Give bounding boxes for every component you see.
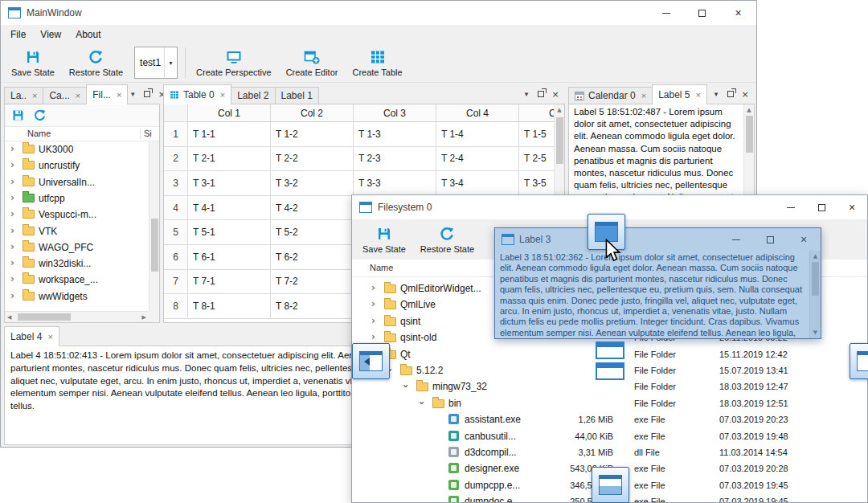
table-cell[interactable]: T 3-4 [436,171,519,196]
menu-item-view[interactable]: View [33,27,68,42]
minimize-button[interactable] [776,195,806,219]
vertical-scrollbar[interactable]: ▲ ▼ [809,251,821,338]
row-header[interactable]: 8 [164,294,188,319]
save-state-button[interactable]: Save State [355,222,413,258]
column-separator[interactable] [140,129,141,139]
close-dock-icon[interactable]: × [550,88,561,100]
table-cell[interactable]: T 1-2 [271,122,354,147]
scroll-up-icon[interactable]: ▲ [555,107,564,113]
close-tab-icon[interactable]: × [641,91,646,100]
table-cell[interactable]: T 6-1 [188,245,271,270]
row-header[interactable]: 7 [164,270,188,295]
table-cell[interactable]: T 2-2 [271,147,354,172]
table-cell[interactable]: T 5-1 [188,220,271,245]
table-cell[interactable]: T 3-1 [188,171,271,196]
close-button[interactable]: × [720,1,756,25]
tab-fil[interactable]: Fil...× [86,84,128,104]
tabs-menu-icon[interactable]: ▾ [710,88,722,100]
chevron-right-icon[interactable]: › [10,291,14,301]
chevron-down-icon[interactable]: ▾ [164,47,177,78]
tree-row[interactable]: ›wwWidgets [5,288,149,305]
tree-row[interactable]: ›Vespucci-m... [5,207,149,223]
table-cell[interactable]: T 3-2 [271,171,354,196]
tree-row[interactable]: ›workspace_... [5,272,149,288]
tab-la[interactable]: La..× [4,87,43,104]
chevron-right-icon[interactable]: › [371,316,375,325]
restore-icon[interactable] [33,108,47,122]
close-tab-icon[interactable]: × [47,332,52,341]
column-header-col-5[interactable]: Col 5 [519,104,554,122]
label3-floating-window[interactable]: Label 3 × Label 3 18:51:02:362 - Lorem i… [494,227,821,339]
tree-row[interactable]: ›UK3000 [5,141,149,157]
scroll-right-icon[interactable]: ▶ [142,314,146,321]
table-cell[interactable]: T 3-5 [519,171,554,196]
chevron-right-icon[interactable]: › [10,242,14,251]
tree-row[interactable]: d3dcompil...3,31 MiBdll File11.03.2014 1… [352,444,867,460]
horizontal-scrollbar[interactable]: ◀ ▶ [5,311,149,322]
tree-row[interactable]: ›binFile Folder18.03.2019 12:51 [352,395,867,411]
close-button[interactable]: × [837,195,867,219]
table-cell[interactable]: T 2-3 [354,147,436,172]
create-perspective-button[interactable]: Create Perspective [189,45,279,81]
maximize-button[interactable] [753,228,787,251]
chevron-right-icon[interactable]: › [10,160,14,170]
row-header[interactable]: 3 [164,171,188,196]
tab-table-0[interactable]: Table 0× [163,84,231,104]
row-header[interactable]: 2 [164,147,188,172]
dock-drop-right-indicator[interactable] [850,343,868,379]
scrollbar-thumb[interactable] [556,117,563,164]
tabs-menu-icon[interactable]: ▾ [127,88,138,100]
close-button[interactable]: × [787,228,821,251]
scroll-down-icon[interactable]: ▼ [810,329,821,336]
create-table-button[interactable]: Create Table [345,45,409,81]
table-cell[interactable]: T 2-4 [436,147,519,172]
column-header-name[interactable]: Name [27,129,51,138]
chevron-down-icon[interactable]: › [401,385,411,389]
table-cell[interactable]: T 8-2 [271,294,354,319]
tree-row[interactable]: ›uncrustify [5,157,149,174]
chevron-right-icon[interactable]: › [10,274,14,284]
restore-state-button[interactable]: Restore State [413,222,481,258]
scrollbar-thumb[interactable] [18,313,71,321]
close-tab-icon[interactable]: × [117,90,121,100]
save-state-button[interactable]: Save State [4,45,62,81]
row-header[interactable]: 4 [164,196,188,221]
tree-row[interactable]: assistant.exe1,26 MiBexe File07.03.2019 … [352,411,867,427]
label3-titlebar[interactable]: Label 3 × [495,228,821,251]
maximize-button[interactable] [684,1,720,25]
column-header-col-3[interactable]: Col 3 [354,104,436,122]
tab-label-4[interactable]: Label 4× [4,326,59,346]
tab-label-2[interactable]: Label 2 [231,87,275,104]
dock-drop-center-indicator[interactable] [596,341,624,380]
row-header[interactable]: 6 [164,245,188,270]
chevron-right-icon[interactable]: › [10,209,14,219]
undock-icon[interactable] [725,88,736,100]
table-cell[interactable]: T 2-1 [188,147,271,172]
close-tab-icon[interactable]: × [76,91,80,100]
close-tab-icon[interactable]: × [696,90,701,100]
table-cell[interactable]: T 7-1 [188,270,271,295]
create-editor-button[interactable]: Create Editor [279,45,346,81]
table-cell[interactable]: T 1-1 [188,122,271,147]
table-cell[interactable]: T 6-2 [271,245,354,270]
column-header-size[interactable]: Si [144,129,152,138]
row-header[interactable]: 5 [164,220,188,245]
minimize-button[interactable] [648,1,684,25]
scroll-up-icon[interactable]: ▲ [810,253,821,260]
perspective-combobox[interactable]: test1 ▾ [134,47,178,79]
menu-item-file[interactable]: File [3,27,33,42]
main-titlebar[interactable]: MainWindow × [1,1,756,25]
column-header-name[interactable]: Name [370,263,393,272]
tab-calendar-0[interactable]: Calendar 0× [568,87,653,104]
tree-row[interactable]: ›WAGO_PFC [5,239,149,256]
vertical-scrollbar[interactable] [149,141,159,311]
tab-ca[interactable]: Ca...× [43,87,87,104]
scrollbar-thumb[interactable] [151,219,158,272]
tree-row[interactable]: ›VTK [5,223,149,239]
scroll-up-icon[interactable]: ▲ [744,107,754,113]
chevron-right-icon[interactable]: › [10,144,14,153]
tree-row[interactable]: ›mingw73_32File Folder18.03.2019 12:47 [352,378,867,395]
table-cell[interactable]: T 4-2 [271,196,354,221]
table-cell[interactable]: T 8-1 [188,294,271,319]
minimize-button[interactable] [719,228,753,251]
